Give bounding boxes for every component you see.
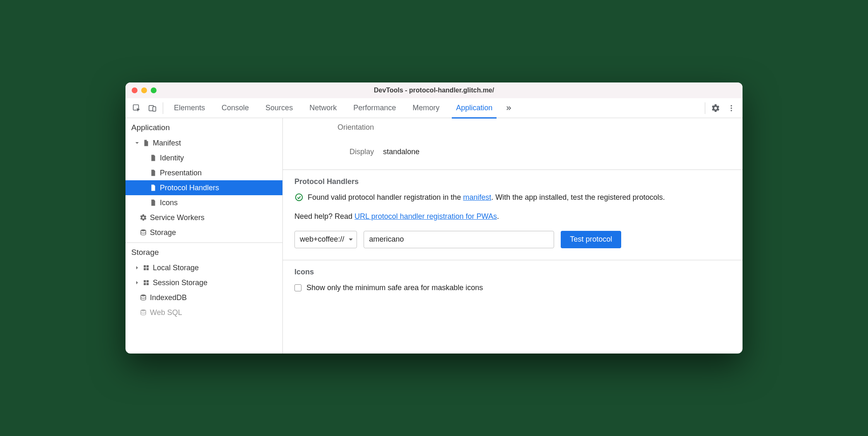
inspect-element-icon[interactable] (129, 98, 145, 118)
chevron-right-icon (135, 281, 140, 285)
titlebar: DevTools - protocol-handler.glitch.me/ (125, 82, 743, 98)
chevron-down-icon (348, 237, 353, 242)
svg-point-6 (141, 230, 146, 232)
sidebar-item-web-sql[interactable]: Web SQL (125, 305, 282, 320)
sidebar-item-label: Local Storage (153, 264, 199, 272)
sidebar: Application Manifest Identity (125, 118, 283, 354)
sidebar-item-label: Icons (160, 199, 178, 207)
sidebar-item-protocol-handlers[interactable]: Protocol Handlers (125, 180, 282, 195)
sidebar-item-manifest[interactable]: Manifest (125, 136, 282, 150)
row-display: Display standalone (283, 146, 743, 158)
help-text: Need help? Read URL protocol handler reg… (294, 211, 731, 223)
table-icon (142, 264, 150, 271)
display-section: Orientation Display standalone (283, 118, 743, 170)
window-title: DevTools - protocol-handler.glitch.me/ (125, 87, 743, 94)
sidebar-item-label: Protocol Handlers (160, 184, 219, 192)
display-label: Display (283, 148, 374, 156)
sidebar-item-label: Manifest (153, 139, 181, 148)
database-icon (140, 309, 147, 316)
help-link[interactable]: URL protocol handler registration for PW… (354, 212, 497, 220)
protocol-path-input[interactable] (364, 231, 554, 248)
protocol-test-form: web+coffee:// Test protocol (294, 231, 731, 248)
devtools-tabbar: Elements Console Sources Network Perform… (125, 98, 743, 118)
tab-memory[interactable]: Memory (404, 98, 448, 118)
sidebar-item-identity[interactable]: Identity (125, 150, 282, 165)
tab-elements[interactable]: Elements (166, 98, 213, 118)
help-prefix: Need help? Read (294, 212, 354, 220)
svg-point-5 (731, 110, 732, 111)
svg-rect-8 (147, 265, 149, 267)
file-icon (142, 139, 150, 147)
status-text-prefix: Found valid protocol handler registratio… (308, 193, 463, 201)
section-title-protocol-handlers: Protocol Handlers (283, 170, 743, 192)
svg-rect-7 (144, 265, 146, 267)
icons-section: Icons Show only the minimum safe area fo… (283, 260, 743, 305)
sidebar-item-indexeddb[interactable]: IndexedDB (125, 290, 282, 305)
help-suffix: . (497, 212, 499, 220)
tabbar-divider (163, 102, 163, 114)
file-icon (149, 199, 157, 206)
sidebar-item-storage-summary[interactable]: Storage (125, 225, 282, 240)
content-body: Application Manifest Identity (125, 118, 743, 354)
svg-point-16 (141, 310, 146, 312)
settings-icon[interactable] (708, 98, 723, 118)
tabbar-divider (705, 102, 705, 114)
svg-rect-11 (144, 280, 146, 282)
tab-console[interactable]: Console (213, 98, 257, 118)
sidebar-item-icons[interactable]: Icons (125, 195, 282, 210)
chevron-down-icon (135, 141, 140, 145)
gear-icon (140, 214, 147, 221)
main-panel: Orientation Display standalone Protocol … (283, 118, 743, 354)
tab-network[interactable]: Network (301, 98, 345, 118)
sidebar-item-service-workers[interactable]: Service Workers (125, 210, 282, 225)
sidebar-heading-application: Application (125, 118, 282, 136)
test-protocol-button[interactable]: Test protocol (561, 231, 621, 248)
chevron-right-icon (135, 266, 140, 270)
sidebar-item-label: Session Storage (153, 279, 207, 287)
sidebar-item-label: Storage (150, 228, 176, 237)
sidebar-item-label: IndexedDB (150, 293, 187, 302)
file-icon (149, 154, 157, 162)
svg-rect-9 (144, 268, 146, 270)
check-circle-icon (294, 193, 304, 202)
maskable-icons-checkbox-row[interactable]: Show only the minimum safe area for mask… (294, 282, 731, 294)
scheme-select[interactable]: web+coffee:// (294, 231, 357, 248)
sidebar-item-session-storage[interactable]: Session Storage (125, 275, 282, 290)
checkbox-icon[interactable] (294, 284, 301, 291)
row-orientation: Orientation (283, 121, 743, 133)
checkbox-label: Show only the minimum safe area for mask… (306, 282, 483, 294)
protocol-handlers-section: Protocol Handlers Found valid protocol h… (283, 170, 743, 260)
sidebar-item-label: Service Workers (150, 213, 205, 222)
tab-performance[interactable]: Performance (345, 98, 404, 118)
device-toolbar-icon[interactable] (145, 98, 160, 118)
file-icon (149, 169, 157, 177)
tab-sources[interactable]: Sources (257, 98, 301, 118)
sidebar-item-label: Presentation (160, 169, 202, 177)
svg-point-17 (296, 194, 303, 201)
more-tabs-icon[interactable] (501, 98, 516, 118)
svg-point-4 (731, 107, 732, 109)
svg-rect-13 (144, 283, 146, 285)
svg-rect-12 (147, 280, 149, 282)
sidebar-item-label: Identity (160, 154, 184, 162)
database-icon (140, 294, 147, 301)
status-registration: Found valid protocol handler registratio… (294, 192, 731, 203)
svg-rect-14 (147, 283, 149, 285)
kebab-menu-icon[interactable] (723, 98, 739, 118)
sidebar-item-local-storage[interactable]: Local Storage (125, 260, 282, 275)
tab-application[interactable]: Application (448, 98, 501, 118)
scheme-selected-value: web+coffee:// (300, 234, 344, 245)
status-text-suffix: . With the app installed, test the regis… (491, 193, 665, 201)
database-icon (140, 229, 147, 236)
svg-point-3 (731, 105, 732, 106)
sidebar-item-presentation[interactable]: Presentation (125, 165, 282, 180)
manifest-link[interactable]: manifest (463, 193, 491, 201)
section-title-icons: Icons (283, 260, 743, 282)
sidebar-heading-storage: Storage (125, 243, 282, 260)
table-icon (142, 279, 150, 286)
svg-rect-10 (147, 268, 149, 270)
file-icon (149, 184, 157, 191)
orientation-label: Orientation (283, 123, 374, 132)
sidebar-item-label: Web SQL (150, 308, 182, 317)
svg-rect-2 (153, 107, 156, 111)
